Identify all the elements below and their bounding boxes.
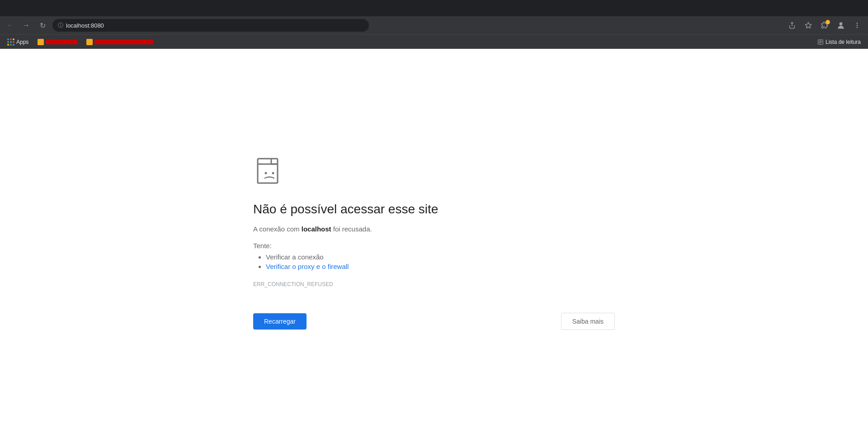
tab-bar bbox=[0, 0, 868, 16]
profile-button[interactable] bbox=[834, 18, 848, 33]
bookmark-2-label bbox=[94, 40, 153, 44]
error-buttons: Recarregar Saiba mais bbox=[253, 313, 615, 330]
description-host: localhost bbox=[302, 225, 331, 233]
svg-rect-10 bbox=[258, 159, 278, 183]
suggestion-1-text: Verificar a conexão bbox=[266, 253, 324, 261]
description-prefix: A conexão com bbox=[253, 225, 302, 233]
bookmark-1[interactable] bbox=[34, 37, 81, 47]
browser-chrome: ← → ↻ ⓘ localhost:8080 bbox=[0, 0, 868, 438]
extension-badge: 1 bbox=[826, 20, 830, 24]
nav-bar: ← → ↻ ⓘ localhost:8080 bbox=[0, 16, 868, 34]
error-try-label: Tente: bbox=[253, 242, 272, 250]
error-title: Não é possível acessar esse site bbox=[253, 202, 438, 217]
extensions-button[interactable]: 1 bbox=[817, 18, 832, 33]
url-text: localhost:8080 bbox=[66, 22, 104, 29]
error-icon bbox=[253, 157, 286, 191]
description-suffix: foi recusada. bbox=[331, 225, 372, 233]
reload-button[interactable]: ↻ bbox=[36, 19, 49, 32]
suggestion-2-link[interactable]: Verificar o proxy e o firewall bbox=[266, 263, 349, 270]
svg-point-3 bbox=[857, 23, 858, 24]
bookmark-1-label bbox=[46, 40, 77, 44]
svg-point-12 bbox=[265, 172, 267, 174]
error-code: ERR_CONNECTION_REFUSED bbox=[253, 281, 333, 287]
bookmarks-bar: Apps Lista de leitura bbox=[0, 34, 868, 49]
back-button[interactable]: ← bbox=[4, 19, 16, 32]
svg-point-13 bbox=[272, 172, 274, 174]
svg-point-5 bbox=[857, 27, 858, 28]
lock-icon: ⓘ bbox=[58, 22, 63, 29]
apps-label: Apps bbox=[16, 39, 28, 45]
svg-point-4 bbox=[857, 25, 858, 26]
reading-list-label: Lista de leitura bbox=[826, 39, 861, 45]
more-button[interactable] bbox=[850, 18, 864, 33]
suggestion-1: Verificar a conexão bbox=[266, 253, 349, 261]
page-content: Não é possível acessar esse site A conex… bbox=[0, 49, 868, 438]
bookmark-2-icon bbox=[86, 39, 93, 45]
bookmark-1-icon bbox=[38, 39, 44, 45]
error-suggestions: Verificar a conexão Verificar o proxy e … bbox=[266, 253, 349, 272]
bookmark-apps[interactable]: Apps bbox=[4, 37, 32, 47]
apps-grid-icon bbox=[7, 38, 14, 46]
error-container: Não é possível acessar esse site A conex… bbox=[253, 139, 615, 348]
reload-button[interactable]: Recarregar bbox=[253, 313, 307, 330]
forward-button[interactable]: → bbox=[20, 19, 33, 32]
suggestion-2[interactable]: Verificar o proxy e o firewall bbox=[266, 263, 349, 270]
learn-more-button[interactable]: Saiba mais bbox=[561, 313, 615, 330]
nav-right-buttons: 1 bbox=[785, 18, 864, 33]
share-button[interactable] bbox=[785, 18, 799, 33]
bookmark-2[interactable] bbox=[83, 37, 157, 47]
svg-marker-1 bbox=[805, 22, 811, 28]
reading-list-icon bbox=[817, 39, 824, 45]
reading-list-button[interactable]: Lista de leitura bbox=[814, 38, 864, 46]
address-bar[interactable]: ⓘ localhost:8080 bbox=[52, 19, 369, 32]
bookmark-button[interactable] bbox=[801, 18, 816, 33]
error-description: A conexão com localhost foi recusada. bbox=[253, 224, 372, 235]
svg-point-2 bbox=[840, 22, 843, 25]
